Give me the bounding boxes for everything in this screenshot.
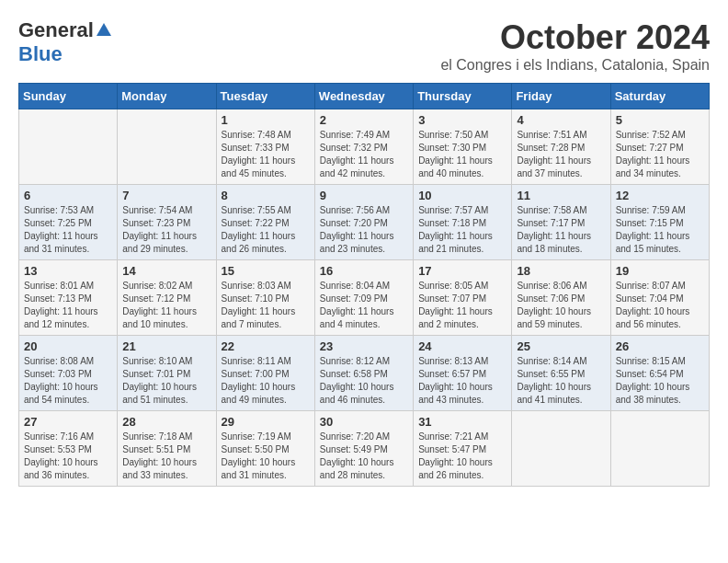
- table-row: 16Sunrise: 8:04 AMSunset: 7:09 PMDayligh…: [314, 260, 413, 336]
- day-number: 16: [320, 264, 408, 278]
- day-info: Sunrise: 7:16 AMSunset: 5:53 PMDaylight:…: [24, 431, 112, 482]
- day-info: Sunrise: 8:10 AMSunset: 7:01 PMDaylight:…: [122, 355, 210, 407]
- calendar-week-row: 27Sunrise: 7:16 AMSunset: 5:53 PMDayligh…: [19, 411, 710, 487]
- calendar-week-row: 13Sunrise: 8:01 AMSunset: 7:13 PMDayligh…: [19, 260, 710, 336]
- day-number: 31: [418, 415, 506, 429]
- table-row: 26Sunrise: 8:15 AMSunset: 6:54 PMDayligh…: [610, 336, 709, 411]
- location-title: el Congres i els Indians, Catalonia, Spa…: [440, 57, 710, 74]
- table-row: 8Sunrise: 7:55 AMSunset: 7:22 PMDaylight…: [216, 185, 314, 260]
- day-info: Sunrise: 8:06 AMSunset: 7:06 PMDaylight:…: [517, 280, 605, 331]
- day-number: 11: [517, 189, 605, 202]
- header-wednesday: Wednesday: [314, 84, 413, 109]
- table-row: 1Sunrise: 7:48 AMSunset: 7:33 PMDaylight…: [216, 109, 314, 185]
- day-info: Sunrise: 8:11 AMSunset: 7:00 PMDaylight:…: [222, 355, 310, 407]
- day-number: 10: [418, 189, 506, 202]
- day-info: Sunrise: 7:54 AMSunset: 7:23 PMDaylight:…: [122, 204, 210, 256]
- day-number: 7: [122, 189, 210, 202]
- header-row: Sunday Monday Tuesday Wednesday Thursday…: [19, 84, 710, 109]
- logo-arrow-icon: [97, 23, 111, 36]
- day-info: Sunrise: 8:03 AMSunset: 7:10 PMDaylight:…: [222, 280, 310, 331]
- table-row: 2Sunrise: 7:49 AMSunset: 7:32 PMDaylight…: [314, 109, 413, 185]
- day-info: Sunrise: 7:59 AMSunset: 7:15 PMDaylight:…: [616, 204, 704, 256]
- table-row: 6Sunrise: 7:53 AMSunset: 7:25 PMDaylight…: [19, 185, 118, 260]
- day-number: 8: [222, 189, 310, 202]
- day-info: Sunrise: 7:58 AMSunset: 7:17 PMDaylight:…: [517, 204, 605, 256]
- day-number: 3: [418, 113, 506, 127]
- day-info: Sunrise: 8:12 AMSunset: 6:58 PMDaylight:…: [320, 355, 408, 407]
- day-info: Sunrise: 7:48 AMSunset: 7:33 PMDaylight:…: [222, 129, 310, 180]
- table-row: [610, 411, 709, 487]
- table-row: 24Sunrise: 8:13 AMSunset: 6:57 PMDayligh…: [414, 336, 512, 411]
- header-thursday: Thursday: [414, 84, 512, 109]
- table-row: 17Sunrise: 8:05 AMSunset: 7:07 PMDayligh…: [414, 260, 512, 336]
- header-friday: Friday: [512, 84, 610, 109]
- day-info: Sunrise: 8:05 AMSunset: 7:07 PMDaylight:…: [418, 280, 506, 331]
- day-number: 26: [616, 339, 704, 353]
- logo-blue: Blue: [18, 42, 63, 66]
- table-row: 23Sunrise: 8:12 AMSunset: 6:58 PMDayligh…: [314, 336, 413, 411]
- day-info: Sunrise: 8:15 AMSunset: 6:54 PMDaylight:…: [616, 355, 704, 407]
- calendar-week-row: 20Sunrise: 8:08 AMSunset: 7:03 PMDayligh…: [19, 336, 710, 411]
- month-title: October 2024: [440, 18, 710, 57]
- table-row: 28Sunrise: 7:18 AMSunset: 5:51 PMDayligh…: [118, 411, 216, 487]
- day-number: 12: [616, 189, 704, 202]
- day-info: Sunrise: 7:52 AMSunset: 7:27 PMDaylight:…: [616, 129, 704, 180]
- table-row: 14Sunrise: 8:02 AMSunset: 7:12 PMDayligh…: [118, 260, 216, 336]
- day-number: 5: [616, 113, 704, 127]
- table-row: 31Sunrise: 7:21 AMSunset: 5:47 PMDayligh…: [414, 411, 512, 487]
- header-tuesday: Tuesday: [216, 84, 314, 109]
- day-number: 30: [320, 415, 408, 429]
- day-info: Sunrise: 7:51 AMSunset: 7:28 PMDaylight:…: [517, 129, 605, 180]
- day-info: Sunrise: 7:53 AMSunset: 7:25 PMDaylight:…: [24, 204, 112, 256]
- table-row: 18Sunrise: 8:06 AMSunset: 7:06 PMDayligh…: [512, 260, 610, 336]
- table-row: 9Sunrise: 7:56 AMSunset: 7:20 PMDaylight…: [314, 185, 413, 260]
- day-number: 17: [418, 264, 506, 278]
- day-info: Sunrise: 7:49 AMSunset: 7:32 PMDaylight:…: [320, 129, 408, 180]
- day-number: 25: [517, 339, 605, 353]
- day-info: Sunrise: 8:14 AMSunset: 6:55 PMDaylight:…: [517, 355, 605, 407]
- day-info: Sunrise: 8:02 AMSunset: 7:12 PMDaylight:…: [122, 280, 210, 331]
- table-row: 4Sunrise: 7:51 AMSunset: 7:28 PMDaylight…: [512, 109, 610, 185]
- table-row: 7Sunrise: 7:54 AMSunset: 7:23 PMDaylight…: [118, 185, 216, 260]
- day-number: 14: [122, 264, 210, 278]
- table-row: [512, 411, 610, 487]
- day-info: Sunrise: 7:57 AMSunset: 7:18 PMDaylight:…: [418, 204, 506, 256]
- table-row: 25Sunrise: 8:14 AMSunset: 6:55 PMDayligh…: [512, 336, 610, 411]
- logo-general: General: [18, 18, 94, 42]
- table-row: 20Sunrise: 8:08 AMSunset: 7:03 PMDayligh…: [19, 336, 118, 411]
- day-number: 15: [222, 264, 310, 278]
- header-sunday: Sunday: [19, 84, 118, 109]
- day-number: 1: [222, 113, 310, 127]
- day-info: Sunrise: 7:20 AMSunset: 5:49 PMDaylight:…: [320, 431, 408, 482]
- day-number: 27: [24, 415, 112, 429]
- table-row: [19, 109, 118, 185]
- day-info: Sunrise: 7:21 AMSunset: 5:47 PMDaylight:…: [418, 431, 506, 482]
- day-info: Sunrise: 7:18 AMSunset: 5:51 PMDaylight:…: [122, 431, 210, 482]
- day-number: 2: [320, 113, 408, 127]
- calendar-body: 1Sunrise: 7:48 AMSunset: 7:33 PMDaylight…: [19, 109, 710, 487]
- header-saturday: Saturday: [610, 84, 709, 109]
- day-number: 13: [24, 264, 112, 278]
- day-number: 22: [222, 339, 310, 353]
- day-number: 24: [418, 339, 506, 353]
- table-row: 12Sunrise: 7:59 AMSunset: 7:15 PMDayligh…: [610, 185, 709, 260]
- logo: General Blue: [18, 18, 111, 66]
- table-row: 21Sunrise: 8:10 AMSunset: 7:01 PMDayligh…: [118, 336, 216, 411]
- table-row: 29Sunrise: 7:19 AMSunset: 5:50 PMDayligh…: [216, 411, 314, 487]
- table-row: 27Sunrise: 7:16 AMSunset: 5:53 PMDayligh…: [19, 411, 118, 487]
- day-number: 21: [122, 339, 210, 353]
- calendar-header: Sunday Monday Tuesday Wednesday Thursday…: [19, 84, 710, 109]
- title-area: October 2024 el Congres i els Indians, C…: [440, 18, 710, 74]
- calendar-week-row: 6Sunrise: 7:53 AMSunset: 7:25 PMDaylight…: [19, 185, 710, 260]
- day-number: 28: [122, 415, 210, 429]
- day-number: 20: [24, 339, 112, 353]
- day-info: Sunrise: 8:04 AMSunset: 7:09 PMDaylight:…: [320, 280, 408, 331]
- day-number: 29: [222, 415, 310, 429]
- table-row: 22Sunrise: 8:11 AMSunset: 7:00 PMDayligh…: [216, 336, 314, 411]
- table-row: 10Sunrise: 7:57 AMSunset: 7:18 PMDayligh…: [414, 185, 512, 260]
- day-number: 6: [24, 189, 112, 202]
- table-row: 15Sunrise: 8:03 AMSunset: 7:10 PMDayligh…: [216, 260, 314, 336]
- calendar-table: Sunday Monday Tuesday Wednesday Thursday…: [18, 83, 710, 487]
- table-row: 19Sunrise: 8:07 AMSunset: 7:04 PMDayligh…: [610, 260, 709, 336]
- table-row: 5Sunrise: 7:52 AMSunset: 7:27 PMDaylight…: [610, 109, 709, 185]
